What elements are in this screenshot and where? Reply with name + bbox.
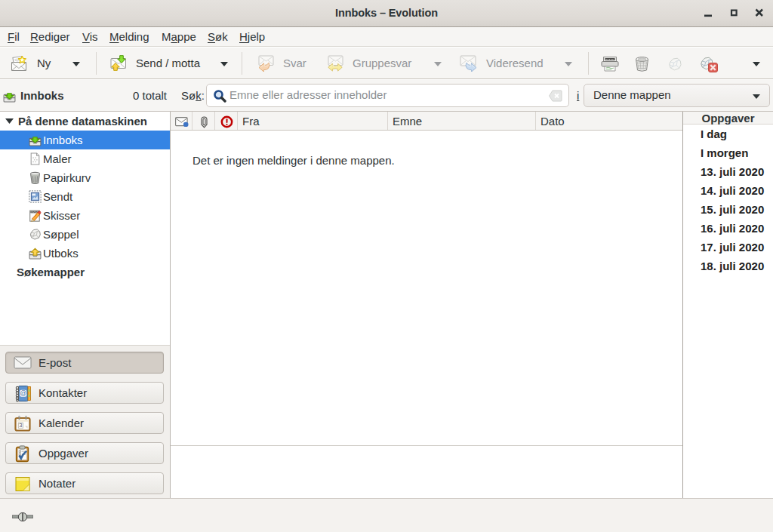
svg-text:@: @ (20, 389, 26, 397)
svg-text:3: 3 (19, 422, 22, 429)
